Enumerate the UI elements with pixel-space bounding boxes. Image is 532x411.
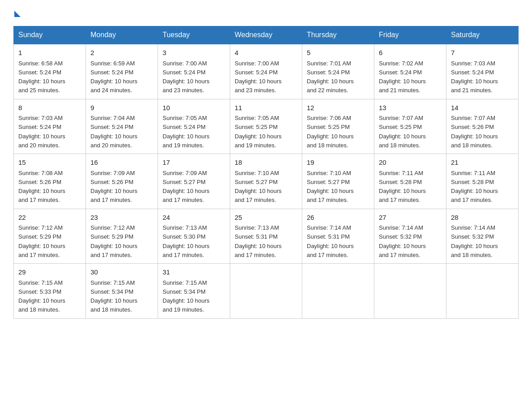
day-info: Sunrise: 7:01 AMSunset: 5:24 PMDaylight:… (307, 60, 354, 94)
day-cell: 23 Sunrise: 7:12 AMSunset: 5:29 PMDaylig… (86, 209, 158, 264)
day-info: Sunrise: 7:12 AMSunset: 5:29 PMDaylight:… (90, 224, 137, 258)
day-number: 26 (307, 213, 369, 223)
day-number: 4 (235, 48, 297, 58)
day-number: 20 (379, 158, 442, 168)
day-info: Sunrise: 7:11 AMSunset: 5:28 PMDaylight:… (379, 170, 426, 204)
day-cell: 4 Sunrise: 7:00 AMSunset: 5:24 PMDayligh… (230, 44, 302, 99)
day-info: Sunrise: 7:10 AMSunset: 5:27 PMDaylight:… (235, 170, 282, 204)
day-number: 29 (18, 267, 81, 278)
day-number: 1 (18, 48, 81, 58)
day-cell: 28 Sunrise: 7:14 AMSunset: 5:32 PMDaylig… (446, 209, 519, 264)
day-cell: 20 Sunrise: 7:11 AMSunset: 5:28 PMDaylig… (374, 154, 446, 209)
day-number: 22 (18, 213, 81, 223)
day-cell (230, 264, 302, 319)
day-cell: 16 Sunrise: 7:09 AMSunset: 5:26 PMDaylig… (86, 154, 158, 209)
day-cell: 5 Sunrise: 7:01 AMSunset: 5:24 PMDayligh… (302, 44, 374, 99)
day-info: Sunrise: 7:14 AMSunset: 5:32 PMDaylight:… (379, 224, 426, 258)
day-number: 11 (235, 103, 297, 113)
week-row-1: 1 Sunrise: 6:58 AMSunset: 5:24 PMDayligh… (14, 44, 519, 99)
day-cell (302, 264, 374, 319)
day-info: Sunrise: 7:15 AMSunset: 5:34 PMDaylight:… (90, 279, 137, 313)
day-cell: 10 Sunrise: 7:05 AMSunset: 5:24 PMDaylig… (158, 99, 230, 154)
day-info: Sunrise: 7:02 AMSunset: 5:24 PMDaylight:… (379, 60, 426, 94)
col-header-tuesday: Tuesday (158, 26, 230, 44)
day-number: 12 (307, 103, 369, 113)
logo-arrow-icon (14, 11, 21, 17)
col-header-thursday: Thursday (302, 26, 374, 44)
day-info: Sunrise: 6:59 AMSunset: 5:24 PMDaylight:… (90, 60, 137, 94)
day-info: Sunrise: 7:08 AMSunset: 5:26 PMDaylight:… (18, 170, 65, 204)
day-cell: 24 Sunrise: 7:13 AMSunset: 5:30 PMDaylig… (158, 209, 230, 264)
day-number: 3 (163, 48, 225, 58)
day-cell: 6 Sunrise: 7:02 AMSunset: 5:24 PMDayligh… (374, 44, 446, 99)
day-info: Sunrise: 7:15 AMSunset: 5:33 PMDaylight:… (18, 279, 65, 313)
day-cell: 19 Sunrise: 7:10 AMSunset: 5:27 PMDaylig… (302, 154, 374, 209)
day-info: Sunrise: 7:14 AMSunset: 5:32 PMDaylight:… (451, 224, 498, 258)
day-number: 24 (163, 213, 225, 223)
day-number: 25 (235, 213, 297, 223)
day-cell: 12 Sunrise: 7:06 AMSunset: 5:25 PMDaylig… (302, 99, 374, 154)
day-info: Sunrise: 7:07 AMSunset: 5:26 PMDaylight:… (451, 115, 498, 149)
day-cell: 18 Sunrise: 7:10 AMSunset: 5:27 PMDaylig… (230, 154, 302, 209)
col-header-wednesday: Wednesday (230, 26, 302, 44)
day-number: 9 (90, 103, 153, 113)
week-row-3: 15 Sunrise: 7:08 AMSunset: 5:26 PMDaylig… (14, 154, 519, 209)
day-cell: 15 Sunrise: 7:08 AMSunset: 5:26 PMDaylig… (14, 154, 86, 209)
day-info: Sunrise: 7:11 AMSunset: 5:28 PMDaylight:… (451, 170, 498, 204)
day-cell (446, 264, 519, 319)
day-number: 17 (163, 158, 225, 168)
day-cell: 9 Sunrise: 7:04 AMSunset: 5:24 PMDayligh… (86, 99, 158, 154)
day-info: Sunrise: 7:09 AMSunset: 5:26 PMDaylight:… (90, 170, 137, 204)
day-cell: 1 Sunrise: 6:58 AMSunset: 5:24 PMDayligh… (14, 44, 86, 99)
day-info: Sunrise: 7:03 AMSunset: 5:24 PMDaylight:… (451, 60, 498, 94)
week-row-5: 29 Sunrise: 7:15 AMSunset: 5:33 PMDaylig… (14, 264, 519, 319)
day-info: Sunrise: 7:14 AMSunset: 5:31 PMDaylight:… (307, 224, 354, 258)
day-number: 7 (451, 48, 514, 58)
day-number: 8 (18, 103, 81, 113)
col-header-sunday: Sunday (14, 26, 86, 44)
day-info: Sunrise: 7:13 AMSunset: 5:30 PMDaylight:… (163, 224, 210, 258)
day-cell: 17 Sunrise: 7:09 AMSunset: 5:27 PMDaylig… (158, 154, 230, 209)
day-number: 21 (451, 158, 514, 168)
day-cell: 11 Sunrise: 7:05 AMSunset: 5:25 PMDaylig… (230, 99, 302, 154)
day-cell: 30 Sunrise: 7:15 AMSunset: 5:34 PMDaylig… (86, 264, 158, 319)
day-number: 2 (90, 48, 153, 58)
week-row-4: 22 Sunrise: 7:12 AMSunset: 5:29 PMDaylig… (14, 209, 519, 264)
day-info: Sunrise: 6:58 AMSunset: 5:24 PMDaylight:… (18, 60, 65, 94)
day-number: 15 (18, 158, 81, 168)
col-header-friday: Friday (374, 26, 446, 44)
day-info: Sunrise: 7:03 AMSunset: 5:24 PMDaylight:… (18, 115, 65, 149)
day-number: 18 (235, 158, 297, 168)
day-info: Sunrise: 7:09 AMSunset: 5:27 PMDaylight:… (163, 170, 210, 204)
day-info: Sunrise: 7:06 AMSunset: 5:25 PMDaylight:… (307, 115, 354, 149)
day-info: Sunrise: 7:00 AMSunset: 5:24 PMDaylight:… (163, 60, 210, 94)
day-cell: 7 Sunrise: 7:03 AMSunset: 5:24 PMDayligh… (446, 44, 519, 99)
calendar-table: SundayMondayTuesdayWednesdayThursdayFrid… (13, 26, 519, 319)
day-cell: 21 Sunrise: 7:11 AMSunset: 5:28 PMDaylig… (446, 154, 519, 209)
day-number: 31 (163, 267, 225, 278)
day-info: Sunrise: 7:00 AMSunset: 5:24 PMDaylight:… (235, 60, 282, 94)
day-cell: 26 Sunrise: 7:14 AMSunset: 5:31 PMDaylig… (302, 209, 374, 264)
week-row-2: 8 Sunrise: 7:03 AMSunset: 5:24 PMDayligh… (14, 99, 519, 154)
day-cell: 14 Sunrise: 7:07 AMSunset: 5:26 PMDaylig… (446, 99, 519, 154)
day-cell: 2 Sunrise: 6:59 AMSunset: 5:24 PMDayligh… (86, 44, 158, 99)
day-info: Sunrise: 7:05 AMSunset: 5:24 PMDaylight:… (163, 115, 210, 149)
header-row: SundayMondayTuesdayWednesdayThursdayFrid… (14, 26, 519, 44)
day-number: 13 (379, 103, 442, 113)
col-header-saturday: Saturday (446, 26, 519, 44)
col-header-monday: Monday (86, 26, 158, 44)
day-cell: 31 Sunrise: 7:15 AMSunset: 5:34 PMDaylig… (158, 264, 230, 319)
day-number: 5 (307, 48, 369, 58)
day-info: Sunrise: 7:04 AMSunset: 5:24 PMDaylight:… (90, 115, 137, 149)
day-cell (374, 264, 446, 319)
day-info: Sunrise: 7:07 AMSunset: 5:25 PMDaylight:… (379, 115, 426, 149)
day-number: 30 (90, 267, 153, 278)
logo (13, 9, 21, 17)
day-number: 14 (451, 103, 514, 113)
day-cell: 27 Sunrise: 7:14 AMSunset: 5:32 PMDaylig… (374, 209, 446, 264)
day-info: Sunrise: 7:15 AMSunset: 5:34 PMDaylight:… (163, 279, 210, 313)
day-number: 28 (451, 213, 514, 223)
day-info: Sunrise: 7:05 AMSunset: 5:25 PMDaylight:… (235, 115, 282, 149)
day-number: 10 (163, 103, 225, 113)
day-info: Sunrise: 7:12 AMSunset: 5:29 PMDaylight:… (18, 224, 65, 258)
